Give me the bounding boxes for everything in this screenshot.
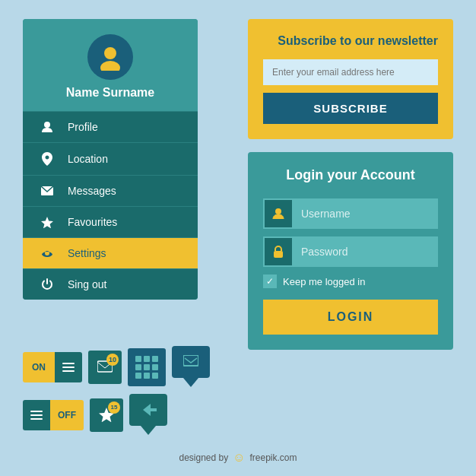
grid-dot xyxy=(152,356,158,362)
grid-dot xyxy=(135,356,141,362)
toggle-off-label: OFF xyxy=(50,400,84,430)
svg-rect-8 xyxy=(62,367,75,368)
svg-rect-6 xyxy=(274,251,283,258)
svg-point-2 xyxy=(44,122,50,128)
toggle-off-lines-icon xyxy=(23,400,50,430)
speech-bubble-widget[interactable] xyxy=(172,346,210,388)
menu-item-messages[interactable]: Messages xyxy=(23,175,198,206)
username-icon xyxy=(265,200,292,227)
svg-rect-7 xyxy=(62,363,75,364)
menu-item-singout[interactable]: Sing out xyxy=(23,268,198,300)
menu-label-settings: Settings xyxy=(68,247,106,259)
svg-rect-11 xyxy=(183,355,198,366)
subscribe-button[interactable]: SUBSCRIBE xyxy=(263,93,438,124)
power-icon xyxy=(38,278,56,290)
svg-rect-9 xyxy=(62,370,75,372)
svg-point-1 xyxy=(100,61,120,71)
bubble-tail xyxy=(183,378,198,387)
person-icon xyxy=(38,121,56,133)
svg-rect-14 xyxy=(30,418,43,420)
svg-point-0 xyxy=(104,47,116,59)
newsletter-panel: Subscribe to our newsletter SUBSCRIBE xyxy=(248,19,453,139)
menu-label-profile: Profile xyxy=(68,121,98,133)
star-badge[interactable]: 15 xyxy=(90,398,123,432)
keep-logged-container: ✓ Keep me logged in xyxy=(263,274,438,288)
username-input[interactable] xyxy=(292,202,443,226)
widgets-row-1: ON 10 xyxy=(23,346,210,388)
grid-dot xyxy=(144,364,150,370)
email-input[interactable] xyxy=(263,59,438,85)
avatar xyxy=(87,34,133,80)
star-count: 15 xyxy=(108,401,120,414)
login-title: Login your Account xyxy=(263,167,438,183)
arrow-bubble-body xyxy=(129,394,167,426)
keep-logged-checkbox[interactable]: ✓ xyxy=(263,274,277,288)
grid-dot xyxy=(144,373,150,379)
menu-item-location[interactable]: Location xyxy=(23,142,198,175)
login-panel: Login your Account ✓ Keep me logged in L… xyxy=(248,152,453,350)
footer: designed by ☺ freepik.com xyxy=(179,451,297,465)
svg-rect-12 xyxy=(30,411,43,412)
menu-item-settings[interactable]: Settings xyxy=(23,237,198,268)
grid-dot xyxy=(152,373,158,379)
profile-name: Name Surname xyxy=(66,86,155,100)
profile-panel: Name Surname Profile Location Messages xyxy=(23,19,198,300)
toggle-on-lines-icon xyxy=(55,352,82,382)
menu-label-location: Location xyxy=(68,153,108,165)
grid-dot xyxy=(152,364,158,370)
bubble-body xyxy=(172,346,210,378)
menu-item-profile[interactable]: Profile xyxy=(23,111,198,142)
menu-item-favourites[interactable]: Favourites xyxy=(23,206,198,237)
grid-dot xyxy=(135,373,141,379)
location-icon xyxy=(38,152,56,166)
settings-icon xyxy=(38,247,56,259)
svg-rect-13 xyxy=(30,414,43,416)
password-icon xyxy=(265,238,292,265)
footer-logo-icon: ☺ xyxy=(233,451,245,465)
notification-count: 10 xyxy=(106,354,119,366)
widgets-row-2: OFF 15 xyxy=(23,394,210,436)
toggle-off-widget[interactable]: OFF xyxy=(23,400,84,430)
grid-widget[interactable] xyxy=(128,348,166,386)
password-input[interactable] xyxy=(292,240,443,264)
svg-marker-16 xyxy=(143,404,157,416)
message-icon xyxy=(38,186,56,195)
grid-dot xyxy=(135,364,141,370)
svg-point-5 xyxy=(275,208,281,214)
footer-brand: freepik.com xyxy=(250,452,297,463)
menu-label-messages: Messages xyxy=(68,185,116,197)
arrow-bubble-tail xyxy=(141,426,156,435)
toggle-on-widget[interactable]: ON xyxy=(23,352,82,382)
username-field-container xyxy=(263,198,438,229)
toggle-on-label: ON xyxy=(23,352,55,382)
footer-designed-text: designed by xyxy=(179,452,228,463)
password-field-container xyxy=(263,236,438,267)
arrow-bubble-widget[interactable] xyxy=(129,394,167,436)
notification-badge[interactable]: 10 xyxy=(88,351,122,384)
menu-label-favourites: Favourites xyxy=(68,216,117,228)
profile-header: Name Surname xyxy=(23,19,198,111)
menu-label-singout: Sing out xyxy=(68,278,106,290)
svg-marker-4 xyxy=(41,217,53,228)
newsletter-title: Subscribe to our newsletter xyxy=(263,34,438,48)
login-button[interactable]: LOGIN xyxy=(263,300,438,335)
grid-dot xyxy=(144,356,150,362)
star-icon xyxy=(38,217,56,228)
keep-logged-label: Keep me logged in xyxy=(283,276,365,287)
widgets-area: ON 10 xyxy=(23,346,210,436)
